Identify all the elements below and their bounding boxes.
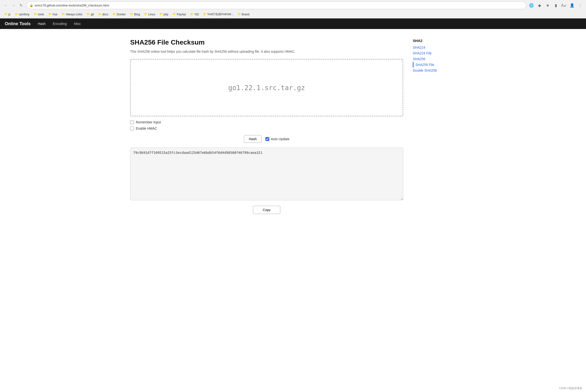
hash-button[interactable]: Hash — [244, 135, 262, 143]
bookmark-always-links[interactable]: 📁 Always Links — [60, 12, 84, 17]
main-layout: SHA256 File Checksum This SHA256 online … — [125, 29, 461, 224]
page-title: SHA256 File Checksum — [130, 38, 403, 46]
sidebar-link-sha224-file[interactable]: SHA224 File — [413, 50, 456, 56]
bookmark-folder-icon: 📁 — [173, 13, 176, 16]
bookmark-label: git — [91, 13, 94, 16]
bookmark-label: tools — [38, 13, 44, 16]
bookmark-label: php — [164, 13, 168, 16]
bookmark-label: symfony — [19, 13, 30, 16]
bookmark-folder-icon: 📁 — [190, 13, 194, 16]
app-header: Online Tools Hash Encoding Misc — [0, 18, 586, 29]
bookmark-docker[interactable]: 📁 Docker — [111, 12, 128, 17]
bookmark-label: PayApi — [177, 13, 186, 16]
bookmark-label: Vue打包成Android... — [207, 12, 233, 16]
bookmark-yii2[interactable]: 📁 Yii2 — [188, 12, 201, 17]
nav-hash[interactable]: Hash — [38, 21, 46, 26]
bookmark-folder-icon: 📁 — [238, 13, 241, 16]
bookmarks-bar: 📁 js 📁 symfony 📁 tools 📁 Vue 📁 Always Li… — [0, 10, 586, 18]
bookmark-blog[interactable]: 📁 Blog — [128, 12, 142, 17]
profile-icon[interactable]: 👤 — [569, 2, 576, 9]
copy-button[interactable]: Copy — [253, 206, 281, 214]
enable-hmac-label[interactable]: Enable HMAC — [136, 126, 157, 130]
secure-icon: 🔒 — [29, 4, 33, 7]
sidebar-link-double-sha256[interactable]: Double SHA256 — [413, 68, 456, 73]
bookmark-label: Docker — [117, 13, 126, 16]
content-area: SHA256 File Checksum This SHA256 online … — [130, 34, 403, 214]
remember-input-row: Remember Input — [130, 120, 403, 124]
bookmark-brand[interactable]: 📁 Brand — [236, 12, 251, 17]
file-drop-zone[interactable]: go1.22.1.src.tar.gz — [130, 59, 403, 116]
nav-misc[interactable]: Misc — [74, 21, 81, 26]
bookmark-folder-icon: 📁 — [98, 13, 101, 16]
url-text: emn178.github.io/online-tools/sha256_che… — [35, 4, 109, 7]
sidebar-section-title: SHA2 — [413, 38, 456, 43]
remember-input-checkbox[interactable] — [130, 120, 134, 124]
bookmark-label: Brand — [242, 13, 249, 16]
reload-button[interactable]: ↻ — [18, 2, 24, 9]
bookmark-folder-icon: 📁 — [4, 13, 8, 16]
bookmark-folder-icon: 📁 — [34, 13, 37, 16]
enable-hmac-checkbox[interactable] — [130, 126, 134, 130]
browser-icons: 🌐 ◆ ★ ▮ A↙ 👤 ⋮ — [528, 2, 584, 9]
drop-zone-filename: go1.22.1.src.tar.gz — [228, 84, 305, 92]
bookmark-vue-android[interactable]: 📁 Vue打包成Android... — [201, 12, 235, 17]
translate-icon[interactable]: 🌐 — [528, 2, 535, 9]
menu-icon[interactable]: ⋮ — [577, 2, 584, 9]
bookmark-label: Vue — [52, 13, 57, 16]
bookmark-git[interactable]: 📁 git — [85, 12, 96, 17]
bookmark-folder-icon: 📁 — [62, 13, 65, 16]
back-button[interactable]: ← — [2, 2, 9, 9]
bookmark-label: docs — [102, 13, 108, 16]
bookmark-label: Linux — [148, 13, 155, 16]
sidebar-link-sha256[interactable]: SHA256 — [413, 56, 456, 62]
browser-toolbar: ← → ↻ 🔒 emn178.github.io/online-tools/sh… — [0, 0, 586, 10]
bookmark-folder-icon: 📁 — [159, 13, 163, 16]
bookmark-folder-icon: 📁 — [144, 13, 148, 16]
copilot-icon[interactable]: ◆ — [536, 2, 543, 9]
bookmark-symfony[interactable]: 📁 symfony — [13, 12, 32, 17]
translate-btn[interactable]: A↙ — [561, 2, 567, 9]
auto-update-row: Auto Update — [265, 137, 289, 141]
bookmark-folder-icon: 📁 — [15, 13, 18, 16]
bookmark-tools[interactable]: 📁 tools — [32, 12, 46, 17]
bookmark-linux[interactable]: 📁 Linux — [142, 12, 157, 17]
sidebar: SHA2 SHA224 SHA224 File SHA256 SHA256 Fi… — [413, 34, 456, 214]
app-title: Online Tools — [5, 21, 31, 26]
sidebar-link-sha224[interactable]: SHA224 — [413, 44, 456, 50]
nav-encoding[interactable]: Encoding — [53, 21, 67, 26]
bookmark-star-icon[interactable]: ★ — [544, 2, 551, 9]
extension-icon[interactable]: ▮ — [553, 2, 559, 9]
bookmark-js[interactable]: 📁 js — [2, 12, 12, 17]
browser-chrome: ← → ↻ 🔒 emn178.github.io/online-tools/sh… — [0, 0, 586, 18]
bookmark-vue[interactable]: 📁 Vue — [46, 12, 59, 17]
browser-nav-buttons: ← → ↻ — [2, 2, 24, 9]
bookmark-folder-icon: 📁 — [203, 13, 206, 16]
forward-button[interactable]: → — [10, 2, 17, 9]
remember-input-label[interactable]: Remember Input — [136, 120, 161, 124]
auto-update-checkbox[interactable] — [265, 137, 269, 141]
bookmark-folder-icon: 📁 — [87, 13, 90, 16]
bookmark-payapi[interactable]: 📁 PayApi — [171, 12, 188, 17]
bookmark-folder-icon: 📁 — [113, 13, 116, 16]
controls-row: Hash Auto Update — [130, 135, 403, 143]
address-bar[interactable]: 🔒 emn178.github.io/online-tools/sha256_c… — [26, 2, 526, 9]
sidebar-link-sha256-file[interactable]: SHA256 File — [413, 62, 456, 68]
bookmark-label: Yii2 — [194, 13, 199, 16]
bookmark-label: js — [8, 13, 10, 16]
output-textarea[interactable] — [130, 148, 403, 200]
copy-btn-row: Copy — [130, 206, 403, 214]
auto-update-label[interactable]: Auto Update — [271, 137, 289, 141]
bookmark-php[interactable]: 📁 php — [158, 12, 170, 17]
bookmark-folder-icon: 📁 — [48, 13, 52, 16]
bookmark-docs[interactable]: 📁 docs — [96, 12, 110, 17]
bookmark-label: Always Links — [66, 13, 82, 16]
page-description: This SHA256 online tool helps you calcul… — [130, 49, 403, 54]
enable-hmac-row: Enable HMAC — [130, 126, 403, 130]
bookmark-label: Blog — [134, 13, 140, 16]
bookmark-folder-icon: 📁 — [130, 13, 133, 16]
